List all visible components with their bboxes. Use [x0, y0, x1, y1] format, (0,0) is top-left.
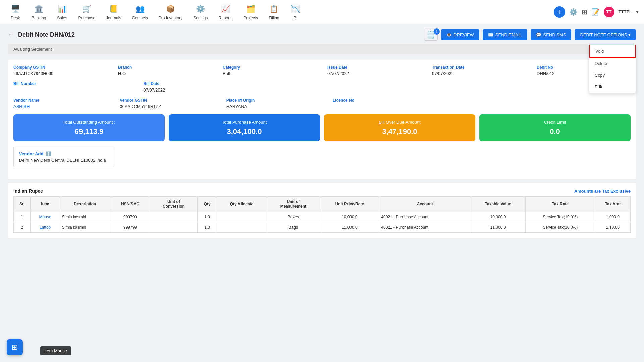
preview-button[interactable]: 👁️ PREVIEW	[441, 29, 479, 40]
category-label: Category	[223, 65, 317, 70]
nav-label-bi: BI	[293, 16, 297, 20]
row2-description: Simla kasmiri	[60, 222, 110, 233]
debit-note-options-button[interactable]: DEBIT NOTE OPTIONS ▾	[575, 29, 636, 40]
table-head: Sr. Item Description HSN/SAC Unit ofConv…	[14, 197, 631, 212]
row2-tax-amt: 1,100.0	[595, 222, 630, 233]
dropdown-item-delete[interactable]: Delete	[589, 58, 636, 69]
form-section: Company GSTIN 29AADCK7940H000 Branch H.O…	[8, 60, 636, 179]
nav-item-settings[interactable]: ⚙️ Settings	[189, 1, 212, 23]
table-row: 1 Mouse Simla kasmiri 999799 1.0 Boxes 1…	[14, 212, 631, 222]
category-value: Both	[223, 71, 232, 76]
form-row-1: Company GSTIN 29AADCK7940H000 Branch H.O…	[13, 65, 631, 76]
purchase-icon: 🛒	[82, 4, 92, 14]
row2-unit-conversion	[150, 222, 198, 233]
empty-field	[273, 81, 631, 93]
issue-date-field: Issue Date 07/07/2022	[327, 65, 421, 76]
row1-hsn: 999799	[110, 212, 150, 222]
document-badge-button[interactable]: 🗒️ 1	[424, 31, 438, 39]
chevron-down-icon[interactable]: ▾	[636, 9, 639, 15]
nav-item-bi[interactable]: 📉 BI	[285, 1, 306, 23]
bill-date-label: Bill Date	[143, 81, 262, 86]
overdue-value: 3,47,190.0	[331, 127, 469, 136]
row1-tax-amt: 1,000.0	[595, 212, 630, 222]
vendor-address-label: Vendor Add.	[19, 151, 45, 156]
nav-label-purchase: Purchase	[78, 16, 95, 20]
nav-items: 🖥️ Desk 🏛️ Banking 📊 Sales 🛒 Purchase 📒 …	[5, 1, 554, 23]
dropdown-item-edit[interactable]: Edit	[589, 81, 636, 93]
email-icon: ✉️	[488, 32, 493, 37]
info-icon: ℹ️	[46, 151, 51, 156]
contacts-icon: 👥	[135, 4, 145, 14]
grid-icon[interactable]: ⊞	[582, 8, 587, 16]
vendor-gstin-value: 06AADCM5146R1ZZ	[120, 104, 161, 109]
pro-inventory-icon: 📦	[165, 4, 176, 14]
tax-exclusive-note: Amounts are Tax Exclusive	[574, 189, 631, 194]
col-tax-rate: Tax Rate	[525, 197, 595, 212]
nav-item-sales[interactable]: 📊 Sales	[52, 1, 72, 23]
edit-icon[interactable]: 📝	[591, 8, 600, 16]
send-sms-button[interactable]: 💬 SEND SMS	[531, 29, 572, 40]
overdue-label: Bill Over Due Amount	[331, 120, 469, 125]
row1-qty-allocate	[217, 212, 266, 222]
issue-date-label: Issue Date	[327, 65, 421, 70]
nav-item-journals[interactable]: 📒 Journals	[101, 1, 126, 23]
gear-icon[interactable]: ⚙️	[569, 8, 578, 16]
row2-uom: Bags	[266, 222, 320, 233]
vendor-address-link[interactable]: Vendor Add. ℹ️	[19, 151, 108, 156]
nav-label-contacts: Contacts	[132, 16, 148, 20]
place-of-origin-label: Place of Origin	[226, 98, 322, 103]
col-description: Description	[60, 197, 110, 212]
vendor-gstin-field: Vendor GSTIN 06AADCM5146R1ZZ	[120, 98, 215, 109]
page-title: Debit Note DHN/012	[18, 31, 75, 38]
nav-item-filling[interactable]: 📋 Filling	[264, 1, 284, 23]
branch-label: Branch	[118, 65, 212, 70]
vendor-address-box: Vendor Add. ℹ️ Delhi New Delhi Central D…	[13, 147, 114, 167]
nav-item-pro-inventory[interactable]: 📦 Pro Inventory	[154, 1, 187, 23]
add-button[interactable]: +	[554, 6, 565, 18]
top-navigation: 🖥️ Desk 🏛️ Banking 📊 Sales 🛒 Purchase 📒 …	[0, 0, 644, 24]
nav-item-contacts[interactable]: 👥 Contacts	[127, 1, 152, 23]
row1-item[interactable]: Mouse	[31, 212, 60, 222]
licence-no-field: Licence No	[333, 98, 428, 109]
company-name: TTTPL	[619, 9, 632, 14]
dropdown-item-copy[interactable]: Copy	[589, 69, 636, 81]
row2-hsn: 999799	[110, 222, 150, 233]
col-item: Item	[31, 197, 60, 212]
row2-qty: 1.0	[197, 222, 217, 233]
debit-note-options-container: DEBIT NOTE OPTIONS ▾ Void Delete Copy Ed…	[575, 29, 636, 40]
nav-item-desk[interactable]: 🖥️ Desk	[5, 1, 25, 23]
transaction-date-field: Transaction Date 07/07/2022	[432, 65, 526, 76]
col-account: Account	[379, 197, 471, 212]
col-qty: Qty	[197, 197, 217, 212]
nav-item-reports[interactable]: 📈 Reports	[214, 1, 237, 23]
table-body: 1 Mouse Simla kasmiri 999799 1.0 Boxes 1…	[14, 212, 631, 233]
transaction-date-value: 07/07/2022	[432, 71, 454, 76]
summary-cards: Total Outstanding Amount : 69,113.9 Tota…	[13, 114, 631, 141]
purchase-label: Total Purchase Amount	[175, 120, 313, 125]
row2-item[interactable]: Lattop	[31, 222, 60, 233]
main-content: ← Debit Note DHN/012 🗒️ 1 👁️ PREVIEW ✉️ …	[0, 24, 644, 243]
user-avatar[interactable]: TT	[604, 7, 614, 17]
nav-item-projects[interactable]: 🗂️ Projects	[239, 1, 263, 23]
row1-tax-rate: Service Tax(10.0%)	[525, 212, 595, 222]
status-bar: Awaiting Settlement	[8, 44, 636, 54]
row1-description: Simla kasmiri	[60, 212, 110, 222]
send-email-button[interactable]: ✉️ SEND EMAIL	[483, 29, 527, 40]
status-text: Awaiting Settlement	[13, 47, 52, 52]
journals-icon: 📒	[108, 4, 119, 14]
credit-limit-card: Credit Limit 0.0	[479, 114, 631, 141]
branch-field: Branch H.O	[118, 65, 212, 76]
debit-note-options-dropdown: Void Delete Copy Edit	[589, 44, 636, 93]
back-button[interactable]: ←	[8, 31, 14, 38]
col-tax-amt: Tax Amt	[595, 197, 630, 212]
row1-unit-conversion	[150, 212, 198, 222]
table-section-title: Indian Rupee	[13, 188, 43, 194]
purchase-amount-card: Total Purchase Amount 3,04,100.0	[169, 114, 320, 141]
nav-label-reports: Reports	[219, 16, 233, 20]
col-hsn: HSN/SAC	[110, 197, 150, 212]
dropdown-item-void[interactable]: Void	[589, 45, 636, 58]
nav-item-banking[interactable]: 🏛️ Banking	[27, 1, 51, 23]
nav-label-sales: Sales	[57, 16, 67, 20]
col-taxable-value: Taxable Value	[471, 197, 526, 212]
nav-item-purchase[interactable]: 🛒 Purchase	[73, 1, 100, 23]
